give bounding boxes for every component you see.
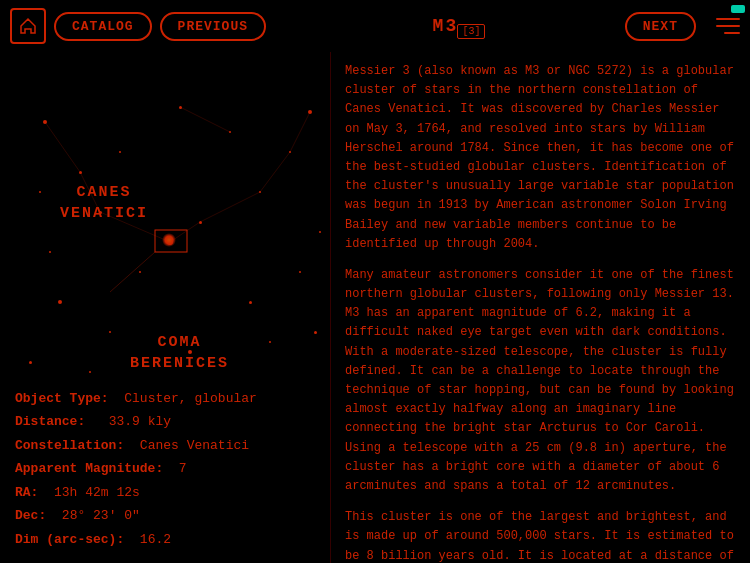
dec-row: Dec: 28° 23' 0": [15, 506, 315, 526]
description-p2: Many amateur astronomers consider it one…: [345, 266, 735, 496]
menu-icon-line3: [724, 32, 740, 34]
description-p3: This cluster is one of the largest and b…: [345, 508, 735, 563]
dec-label: Dec:: [15, 508, 46, 523]
star: [249, 301, 252, 304]
svg-line-8: [110, 252, 155, 292]
object-count: [3]: [457, 24, 485, 39]
star: [43, 120, 47, 124]
ra-label: RA:: [15, 485, 38, 500]
header-center: M3 [3]: [433, 16, 459, 36]
menu-button[interactable]: [704, 8, 740, 44]
ra-row: RA: 13h 42m 12s: [15, 483, 315, 503]
svg-line-0: [45, 122, 80, 172]
svg-line-5: [260, 152, 290, 192]
header-left: CATALOG PREVIOUS: [10, 8, 266, 44]
dim-value: 16.2: [140, 532, 171, 547]
distance-row: Distance: 33.9 kly: [15, 412, 315, 432]
next-button[interactable]: NEXT: [625, 12, 696, 41]
star: [139, 271, 141, 273]
star: [29, 361, 32, 364]
constellation-label: Constellation:: [15, 438, 124, 453]
magnitude-value: 7: [179, 461, 187, 476]
constellation-row: Constellation: Canes Venatici: [15, 436, 315, 456]
constellation-value: Canes Venatici: [140, 438, 249, 453]
star: [49, 251, 51, 253]
star: [319, 231, 321, 233]
object-type-label: Object Type:: [15, 391, 109, 406]
info-panel: Object Type: Cluster, globular Distance:…: [0, 379, 330, 564]
object-type-value: Cluster, globular: [124, 391, 257, 406]
star: [259, 191, 261, 193]
star: [269, 341, 271, 343]
svg-line-4: [200, 192, 260, 222]
object-type-row: Object Type: Cluster, globular: [15, 389, 315, 409]
star: [109, 331, 111, 333]
magnitude-row: Apparent Magnitude: 7: [15, 459, 315, 479]
canes-venatici-label: CANESVENATICI: [60, 182, 148, 224]
star: [89, 371, 91, 373]
text-panel[interactable]: Messier 3 (also known as M3 or NGC 5272)…: [330, 52, 750, 563]
globular-cluster: [162, 233, 176, 247]
svg-line-2: [180, 107, 230, 132]
header: CATALOG PREVIOUS M3 [3] NEXT: [0, 0, 750, 52]
catalog-button[interactable]: CATALOG: [54, 12, 152, 41]
magnitude-label: Apparent Magnitude:: [15, 461, 163, 476]
home-button[interactable]: [10, 8, 46, 44]
menu-icon-line1: [716, 18, 740, 20]
star: [58, 300, 62, 304]
star: [299, 271, 301, 273]
star: [39, 191, 41, 193]
description-p1: Messier 3 (also known as M3 or NGC 5272)…: [345, 62, 735, 254]
star: [119, 151, 121, 153]
menu-icon-line2: [716, 25, 740, 27]
star: [179, 106, 182, 109]
header-right: NEXT: [625, 8, 740, 44]
dim-label: Dim (arc-sec):: [15, 532, 124, 547]
previous-button[interactable]: PREVIOUS: [160, 12, 266, 41]
home-icon: [19, 17, 37, 35]
svg-line-6: [290, 112, 310, 152]
object-title: M3: [433, 16, 459, 36]
dec-value: 28° 23' 0": [62, 508, 140, 523]
distance-label: Distance:: [15, 414, 85, 429]
star: [199, 221, 202, 224]
star: [289, 151, 291, 153]
star: [308, 110, 312, 114]
coma-berenices-label: COMABERENICES: [130, 332, 229, 374]
star: [314, 331, 317, 334]
star: [229, 131, 231, 133]
ra-value: 13h 42m 12s: [54, 485, 140, 500]
dim-row: Dim (arc-sec): 16.2: [15, 530, 315, 550]
distance-value: 33.9 kly: [109, 414, 171, 429]
star: [79, 171, 82, 174]
